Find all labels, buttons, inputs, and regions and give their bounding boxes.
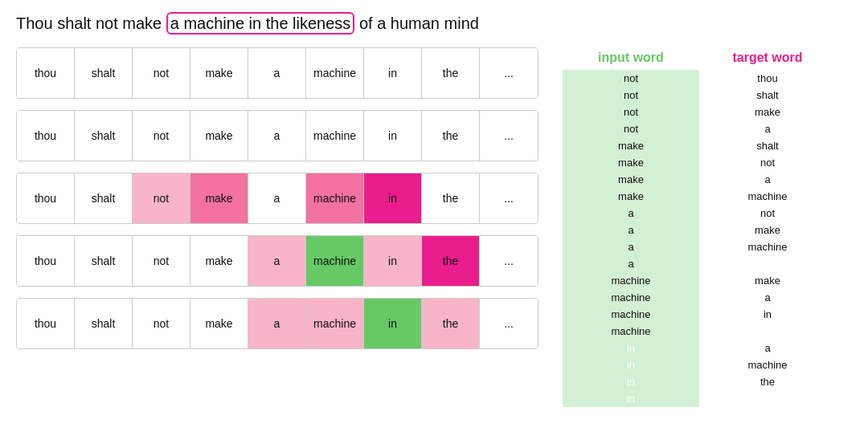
table-row: amake — [563, 222, 836, 238]
word-cell: machine — [306, 236, 364, 286]
word-cell: machine — [306, 173, 364, 223]
table-row: notthou — [563, 70, 836, 87]
word-cell: a — [248, 48, 306, 98]
table-cell-target: the — [699, 373, 836, 390]
sequences-panel: thoushaltnotmakeamachineinthe...thoushal… — [16, 47, 538, 349]
table-cell-input: in — [563, 340, 699, 356]
table-cell-target: not — [699, 154, 836, 171]
table-row: ain — [563, 255, 836, 272]
word-cell: a — [248, 173, 306, 223]
table-cell-target: machine — [699, 238, 836, 255]
table-cell-input: machine — [563, 323, 699, 340]
word-cell: in — [364, 48, 422, 98]
word-cell: in — [364, 299, 422, 348]
word-cell: ... — [480, 236, 538, 286]
word-cell: shalt — [75, 299, 133, 348]
table-cell-target: likeness — [699, 390, 836, 407]
word-cell: a — [248, 236, 306, 286]
title-after: of a human mind — [354, 14, 479, 32]
word-row-3: thoushaltnotmakeamachineinthe... — [16, 173, 538, 224]
table-row: amachine — [563, 238, 836, 255]
th-input: input word — [563, 47, 699, 68]
word-cell: ... — [480, 299, 538, 348]
word-cell: machine — [306, 299, 364, 348]
table-cell-input: make — [563, 171, 699, 188]
word-row-1: thoushaltnotmakeamachineinthe... — [16, 47, 538, 99]
table-cell-input: not — [563, 104, 699, 120]
table-row: makea — [563, 171, 836, 188]
word-cell: ... — [480, 48, 538, 98]
word-cell: the — [422, 111, 480, 161]
table-cell-target: a — [699, 120, 836, 137]
word-cell: a — [248, 111, 306, 161]
table-row: machinein — [563, 306, 836, 323]
table-cell-input: in — [563, 373, 699, 390]
word-cell: not — [133, 111, 190, 161]
table-row: notmake — [563, 104, 836, 120]
word-cell: shalt — [75, 48, 133, 98]
table-cell-input: machine — [563, 306, 699, 323]
table-row: inmachine — [563, 356, 836, 373]
table-cell-target: shalt — [699, 87, 836, 104]
word-cell: not — [133, 48, 190, 98]
table-cell-input: not — [563, 120, 699, 137]
table-row: inthe — [563, 373, 836, 390]
table-row: notshalt — [563, 87, 836, 104]
table-row: makemachine — [563, 188, 836, 205]
word-cell: machine — [306, 111, 364, 161]
table-cell-target: a — [699, 171, 836, 188]
word-cell: not — [133, 236, 190, 286]
word-cell: thou — [17, 173, 75, 223]
word-row-2: thoushaltnotmakeamachineinthe... — [16, 110, 538, 161]
table-cell-input: make — [563, 137, 699, 154]
table-row: makenot — [563, 154, 836, 171]
th-target: target word — [699, 47, 836, 68]
word-cell: in — [364, 236, 422, 286]
table-cell-input: machine — [563, 289, 699, 306]
word-row-5: thoushaltnotmakeamachineinthe... — [16, 298, 538, 349]
word-cell: in — [364, 111, 422, 161]
title: Thou shalt not make a machine in the lik… — [16, 14, 852, 33]
table-cell-input: not — [563, 87, 699, 104]
table-cell-target: a — [699, 289, 836, 306]
table-row: machinemake — [563, 272, 836, 289]
title-before: Thou shalt not make — [16, 14, 166, 32]
table-row: machinethe — [563, 323, 836, 340]
word-cell: not — [133, 299, 190, 348]
word-cell: shalt — [75, 236, 133, 286]
word-cell: make — [190, 48, 248, 98]
title-highlight: a machine in the likeness — [166, 12, 355, 35]
word-cell: in — [364, 173, 422, 223]
table-row: machinea — [563, 289, 836, 306]
word-cell: the — [422, 173, 480, 223]
word-cell: ... — [480, 173, 538, 223]
main-layout: thoushaltnotmakeamachineinthe...thoushal… — [16, 47, 852, 407]
word-row-4: thoushaltnotmakeamachineinthe... — [16, 235, 538, 287]
word-cell: thou — [17, 48, 75, 98]
table-row: makeshalt — [563, 137, 836, 154]
word-cell: thou — [17, 111, 75, 161]
table-cell-target: in — [699, 255, 836, 272]
table-cell-input: a — [563, 238, 699, 255]
word-cell: the — [422, 236, 480, 286]
word-cell: a — [248, 299, 306, 348]
table-row: anot — [563, 205, 836, 222]
word-cell: make — [190, 236, 248, 286]
table-cell-target: make — [699, 104, 836, 120]
table-row: ina — [563, 340, 836, 356]
word-cell: not — [133, 173, 190, 223]
table-row: nota — [563, 120, 836, 137]
table-cell-target: machine — [699, 356, 836, 373]
data-table: notthounotshaltnotmakenotamakeshaltmaken… — [563, 70, 836, 407]
table-cell-target: a — [699, 340, 836, 356]
table-cell-target: not — [699, 205, 836, 222]
word-cell: the — [422, 48, 480, 98]
word-cell: shalt — [75, 173, 133, 223]
table-cell-target: thou — [699, 70, 836, 87]
table-cell-input: a — [563, 205, 699, 222]
table-cell-input: in — [563, 390, 699, 407]
table-cell-input: a — [563, 222, 699, 238]
table-header: input word target word — [563, 47, 836, 68]
table-cell-target: in — [699, 306, 836, 323]
table-cell-target: the — [699, 323, 836, 340]
